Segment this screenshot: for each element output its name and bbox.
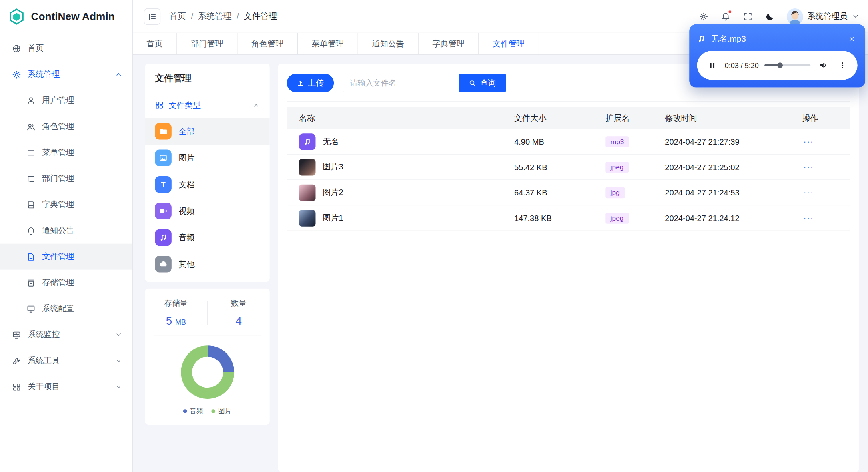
sidebar-item-home[interactable]: 首页 <box>0 36 132 62</box>
file-list-panel: 上传 查询 名称 文件大小 扩展名 修改时间 操作 <box>278 64 859 472</box>
audio-controls: 0:03 / 5:20 <box>697 51 858 80</box>
file-type-audio[interactable]: 音频 <box>145 224 269 251</box>
storage-label: 存储量 <box>145 299 207 309</box>
sidebar-item-roles[interactable]: 角色管理 <box>0 114 132 140</box>
sidebar-item-system-management[interactable]: 系统管理 <box>0 62 132 88</box>
user-menu[interactable]: 系统管理员 <box>786 8 859 24</box>
legend-item-audio[interactable]: 音频 <box>183 406 203 416</box>
breadcrumb-section[interactable]: 系统管理 <box>198 11 231 22</box>
count-label: 数量 <box>208 299 270 309</box>
file-type-other[interactable]: 其他 <box>145 251 269 277</box>
file-type-donut <box>181 345 234 399</box>
sidebar-item-departments[interactable]: 部门管理 <box>0 166 132 192</box>
progress-slider[interactable] <box>765 64 810 66</box>
table-row[interactable]: 图片1 147.38 KB jpeg 2024-04-27 21:24:12 ·… <box>287 205 850 231</box>
sidebar-item-config[interactable]: 系统配置 <box>0 296 132 322</box>
tab-dictionary[interactable]: 字典管理 <box>419 33 479 54</box>
tab-departments[interactable]: 部门管理 <box>177 33 238 54</box>
tab-files[interactable]: 文件管理 <box>479 33 539 54</box>
file-time: 2024-04-27 21:24:53 <box>665 188 802 197</box>
file-type-all[interactable]: 全部 <box>145 118 269 145</box>
sidebar-item-about[interactable]: 关于项目 <box>0 374 132 400</box>
tab-home[interactable]: 首页 <box>133 33 177 54</box>
image-thumbnail <box>299 159 315 175</box>
row-actions-button[interactable]: ··· <box>802 135 815 148</box>
file-size: 147.38 KB <box>514 213 605 222</box>
table-row[interactable]: 无名 4.90 MB mp3 2024-04-27 21:27:39 ··· <box>287 129 850 155</box>
ext-badge: jpg <box>605 187 625 198</box>
player-menu-button[interactable] <box>836 59 849 72</box>
donut-chart-wrap <box>145 335 269 402</box>
file-name[interactable]: 图片2 <box>323 187 343 198</box>
sidebar-item-users[interactable]: 用户管理 <box>0 88 132 114</box>
sidebar-item-storage[interactable]: 存储管理 <box>0 270 132 296</box>
col-time: 修改时间 <box>665 112 802 123</box>
storage-value: 5 <box>166 315 172 327</box>
left-column: 文件管理 文件类型 全部 <box>145 64 269 472</box>
file-type-documents[interactable]: 文档 <box>145 171 269 197</box>
file-type-group-toggle[interactable]: 文件类型 <box>145 92 269 118</box>
list-icon <box>26 148 35 157</box>
table-header-row: 名称 文件大小 扩展名 修改时间 操作 <box>287 107 850 129</box>
search-icon <box>469 80 476 87</box>
sidebar-item-menus[interactable]: 菜单管理 <box>0 140 132 166</box>
row-actions-button[interactable]: ··· <box>802 160 815 173</box>
upload-button[interactable]: 上传 <box>287 74 334 92</box>
file-type-group-label: 文件类型 <box>169 100 201 110</box>
sidebar-item-label: 字典管理 <box>42 199 122 210</box>
tab-menus[interactable]: 菜单管理 <box>298 33 358 54</box>
file-type-videos[interactable]: 视频 <box>145 198 269 224</box>
file-name[interactable]: 无名 <box>323 136 339 147</box>
sidebar-item-label: 首页 <box>28 43 122 54</box>
pause-button[interactable] <box>705 59 718 72</box>
search-button[interactable]: 查询 <box>459 74 506 92</box>
sidebar-item-label: 角色管理 <box>42 121 122 132</box>
dark-mode-button[interactable] <box>760 6 780 26</box>
sidebar-item-notices[interactable]: 通知公告 <box>0 218 132 244</box>
file-time: 2024-04-27 21:24:12 <box>665 213 802 222</box>
app-title: ContiNew Admin <box>31 10 114 22</box>
sidebar-item-files[interactable]: 文件管理 <box>0 244 132 270</box>
settings-button[interactable] <box>694 6 714 26</box>
table-row[interactable]: 图片3 55.42 KB jpeg 2024-04-27 21:25:02 ··… <box>287 155 850 180</box>
volume-button[interactable] <box>816 59 830 72</box>
bell-icon <box>26 226 35 235</box>
donut-hole <box>192 357 223 388</box>
app-logo: ContiNew Admin <box>0 0 132 33</box>
table-row[interactable]: 图片2 64.37 KB jpg 2024-04-27 21:24:53 ··· <box>287 180 850 206</box>
ext-badge: jpeg <box>605 161 629 173</box>
upload-icon <box>297 80 304 87</box>
file-type-images[interactable]: 图片 <box>145 145 269 171</box>
file-size: 4.90 MB <box>514 137 605 146</box>
row-actions-button[interactable]: ··· <box>802 211 815 225</box>
player-title: 无名.mp3 <box>711 34 840 44</box>
sidebar-item-tools[interactable]: 系统工具 <box>0 348 132 374</box>
storage-unit: MB <box>175 318 186 326</box>
sidebar-item-monitoring[interactable]: 系统监控 <box>0 322 132 348</box>
avatar-image <box>786 8 803 24</box>
legend-item-images[interactable]: 图片 <box>211 406 231 416</box>
sidebar-item-label: 部门管理 <box>42 173 122 184</box>
file-name[interactable]: 图片1 <box>323 213 343 223</box>
storage-stat: 存储量 5 MB <box>145 299 207 327</box>
monitor-icon <box>26 304 35 313</box>
tab-roles[interactable]: 角色管理 <box>237 33 298 54</box>
search-group: 查询 <box>343 74 506 92</box>
users-icon <box>26 122 35 131</box>
breadcrumb-home[interactable]: 首页 <box>169 11 186 22</box>
legend-label: 图片 <box>218 406 231 416</box>
player-close-button[interactable] <box>845 33 857 45</box>
fullscreen-button[interactable] <box>738 6 758 26</box>
file-name[interactable]: 图片3 <box>323 162 343 172</box>
moon-icon <box>765 12 774 21</box>
sidebar-collapse-button[interactable] <box>144 8 160 24</box>
notifications-button[interactable] <box>716 6 736 26</box>
music-note-icon <box>697 34 706 43</box>
progress-thumb[interactable] <box>777 62 783 68</box>
tab-notices[interactable]: 通知公告 <box>358 33 419 54</box>
filename-search-input[interactable] <box>343 74 459 92</box>
file-size: 64.37 KB <box>514 188 605 197</box>
sidebar-item-dictionary[interactable]: 字典管理 <box>0 192 132 218</box>
upload-label: 上传 <box>308 78 324 88</box>
row-actions-button[interactable]: ··· <box>802 186 815 199</box>
